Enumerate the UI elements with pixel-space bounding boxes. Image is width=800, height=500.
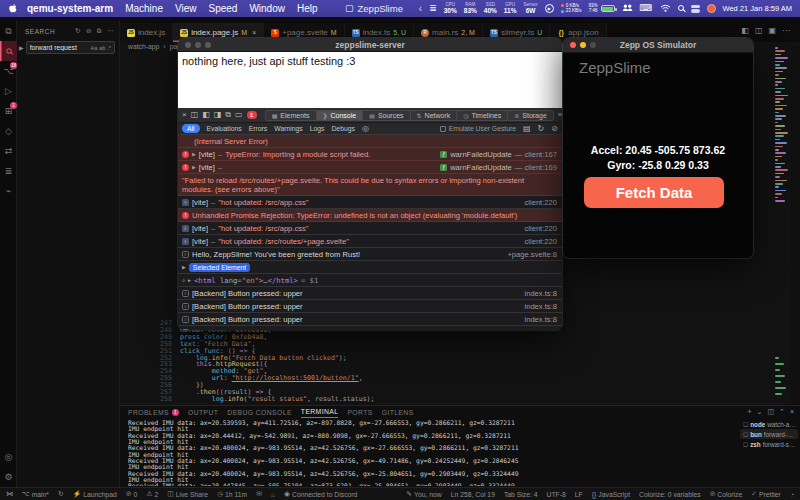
stat-gpu[interactable]: GPU11% (504, 3, 517, 15)
battery-status[interactable]: 93%7:46 (588, 4, 614, 14)
source-link[interactable]: — client:167 (515, 150, 557, 159)
split-editor-icon[interactable]: ◫ (755, 26, 763, 35)
network-throughput[interactable]: 0 KB/s23 KB/s (561, 4, 582, 14)
menubar-zeppslime-item[interactable]: ▢ ZeppSlime (345, 3, 403, 14)
terminal-session-zsh[interactable]: ▢zsh forward-s… (740, 439, 798, 449)
source-link[interactable]: index.ts:8 (524, 289, 557, 298)
more-tabs-icon[interactable]: » (558, 111, 562, 119)
inspector-tab-timelines[interactable]: ◷Timelines (456, 110, 507, 121)
disclosure-icon[interactable]: ▶ (188, 277, 191, 283)
status-item-lf[interactable]: LF (575, 491, 583, 498)
source-link[interactable]: client:220 (524, 198, 557, 207)
disclosure-icon[interactable]: ▶ (192, 164, 196, 170)
fetch-data-button[interactable]: Fetch Data (584, 177, 724, 208)
menu-help[interactable]: Help (297, 3, 318, 14)
people-icon[interactable] (622, 4, 633, 14)
apple-menu-icon[interactable] (8, 3, 17, 14)
menu-machine[interactable]: Machine (125, 3, 163, 14)
menu-bar-clock[interactable]: Wed 21 Jan 8:59 AM (723, 4, 793, 13)
activity-item-extensions[interactable]: ⊞1 (0, 101, 17, 121)
activity-item-remote-explorer[interactable]: ⇄ (0, 141, 17, 161)
close-tab-icon[interactable]: × (252, 29, 256, 36)
maximize-panel-icon[interactable]: ⌃ (779, 408, 785, 416)
spotlight-search-icon[interactable] (678, 5, 684, 11)
console-filter-errors[interactable]: Errors (249, 125, 268, 132)
activity-item-source-control[interactable]: ⌥18 (0, 61, 17, 81)
more-actions-icon[interactable]: ⋯ (107, 27, 114, 35)
status-item-javascript[interactable]: {}JavaScript (592, 491, 630, 498)
clear-search-results-icon[interactable]: ⊘ (86, 27, 92, 35)
status-item-launchpad[interactable]: ⚡Launchpad (73, 490, 117, 498)
split-terminal-icon[interactable]: ◫ (767, 408, 774, 416)
regex-icon[interactable]: .* (107, 45, 111, 51)
stat-cpu[interactable]: CPU30% (444, 3, 457, 15)
panel-tab-gitlens[interactable]: GITLENS (382, 409, 414, 418)
terminal-output[interactable]: Received IMU data: ax=20.539593, ay=411.… (128, 420, 738, 486)
dock-side-icon[interactable]: ◫ (191, 111, 199, 119)
activity-item-run-debug[interactable]: ▷ (0, 81, 17, 101)
issue-count-badge[interactable]: 1 (247, 111, 257, 119)
editor-scrollbar[interactable] (791, 47, 800, 405)
disclosure-icon[interactable]: ▶ (192, 151, 196, 157)
status-item-1h-11m[interactable]: ◷1h 11m (217, 490, 247, 498)
status-item-you-now[interactable]: ✎You, now (406, 490, 441, 498)
customize-layout-icon[interactable]: ▣ (768, 26, 776, 35)
dock-left-icon[interactable]: ◧ (202, 111, 210, 119)
layout-icon[interactable]: ◧ (741, 26, 749, 35)
status-item-prettier[interactable]: ✓Prettier (751, 490, 781, 498)
inspector-tab-elements[interactable]: ▦Elements (265, 110, 316, 121)
status-item-tab-size-4[interactable]: Tab Size: 4 (504, 491, 538, 498)
source-link[interactable]: +page.svelte:8 (507, 250, 557, 259)
stat-ssd[interactable]: SSD40% (484, 3, 497, 15)
source-link[interactable]: client:220 (524, 224, 557, 233)
menu-window[interactable]: Window (249, 3, 285, 14)
simulator-titlebar[interactable]: Zepp OS Simulator (563, 38, 753, 53)
source-link[interactable]: index.ts:8 (524, 315, 557, 324)
stat-ram[interactable]: RAM83% (464, 3, 477, 15)
garbage-collect-icon[interactable]: ↻ (538, 125, 545, 133)
search-input[interactable]: forward request Aaab.* (26, 41, 115, 54)
status-item-mail[interactable]: ✉ (256, 490, 262, 498)
keyboard-icon[interactable]: ⌨ (640, 4, 653, 13)
inspector-tab-sources[interactable]: ▤Sources (362, 110, 409, 121)
emulate-user-gesture-toggle[interactable]: Emulate User Gesture (440, 125, 516, 132)
minimap[interactable] (773, 47, 791, 401)
activity-item-database[interactable]: ≣ (0, 161, 17, 181)
close-inspector-icon[interactable]: × (182, 111, 187, 119)
more-actions-icon[interactable]: ⋯ (782, 26, 790, 35)
panel-tab-debug-console[interactable]: DEBUG CONSOLE (227, 409, 292, 418)
settings-item[interactable]: ⚙ (0, 467, 17, 487)
source-link[interactable]: — client:169 (515, 163, 557, 172)
wifi-icon[interactable] (660, 4, 671, 14)
device-icon[interactable]: ▭ (235, 111, 243, 119)
collapse-status-icon[interactable]: ‹ (419, 3, 422, 14)
menu-view[interactable]: View (175, 3, 197, 14)
status-item-connected-to-discord[interactable]: ◉Connected to Discord (284, 490, 357, 498)
status-item-2[interactable]: ⚠2 (146, 490, 158, 498)
status-item-colorize[interactable]: ⊘Colorize (710, 490, 743, 498)
open-results-in-editor-icon[interactable]: ⧉ (97, 27, 102, 35)
console-filter-logs[interactable]: Logs (310, 125, 325, 132)
sliders-icon[interactable]: ≣ (429, 4, 437, 13)
whole-word-icon[interactable]: ab (99, 45, 105, 51)
new-terminal-icon[interactable]: + (747, 408, 751, 416)
status-item-utf-8[interactable]: UTF-8 (547, 491, 566, 498)
match-case-icon[interactable]: Aa (90, 45, 97, 51)
server-window-titlebar[interactable]: zeppslime-server (178, 38, 562, 52)
terminal-session-bun[interactable]: ▢bun forward-… (740, 429, 798, 439)
terminal-profile-icon[interactable]: ⌄ (757, 408, 763, 416)
tab-index-js[interactable]: JSindex.js (120, 23, 173, 42)
close-panel-icon[interactable]: × (790, 408, 794, 416)
control-center-icon[interactable] (691, 5, 700, 13)
activity-item-testing[interactable]: ◇ (0, 121, 17, 141)
menubar-app-icon[interactable] (707, 4, 716, 13)
activity-item-live-share[interactable]: ⌁ (0, 181, 17, 201)
chevron-right-icon[interactable]: ▶ (19, 44, 24, 51)
status-item-colorize-0-variables[interactable]: Colorize: 0 variables (639, 491, 701, 498)
play-circle-icon[interactable]: ▶ (545, 4, 554, 13)
status-item-home[interactable]: ⌂ (271, 491, 275, 498)
status-item-bell[interactable]: ◔ (790, 491, 794, 498)
source-link[interactable]: index.ts:8 (524, 302, 557, 311)
activity-item-explorer[interactable]: ⧉ (0, 21, 17, 41)
panel-tab-ports[interactable]: PORTS (347, 409, 372, 418)
